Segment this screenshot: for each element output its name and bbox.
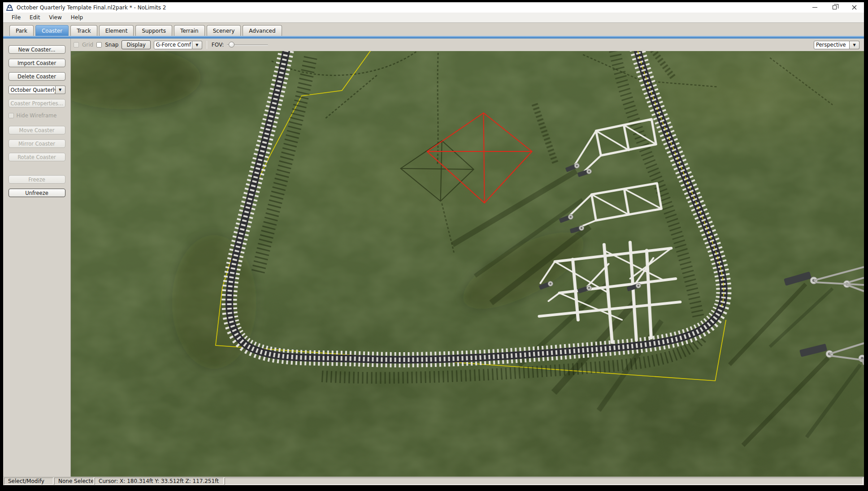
move-coaster-button[interactable]: Move Coaster <box>9 126 65 134</box>
viewport-3d[interactable] <box>71 51 864 477</box>
camera-mode-select[interactable]: Perspective ▼ <box>814 41 859 49</box>
app-window: October Quarterly Template Final.nl2park… <box>3 2 864 485</box>
status-bar: Select/Modify None Selected Cursor: X: 1… <box>3 477 864 485</box>
import-coaster-button[interactable]: Import Coaster <box>9 59 65 67</box>
menu-file[interactable]: File <box>7 13 25 22</box>
unfreeze-button[interactable]: Unfreeze <box>9 189 65 197</box>
fov-label: FOV: <box>212 42 224 48</box>
coaster-properties-button[interactable]: Coaster Properties... <box>9 99 65 108</box>
freeze-button[interactable]: Freeze <box>9 175 65 184</box>
chevron-down-icon[interactable]: ▼ <box>192 41 202 49</box>
coaster-select-value: October Quarterly <box>9 86 56 94</box>
app-icon <box>6 4 13 11</box>
coaster-select[interactable]: October Quarterly ▼ <box>9 86 65 94</box>
hide-wireframe-checkbox[interactable] <box>9 113 14 118</box>
viewport-toolbar: Grid Snap Display G-Force Comf ▼ FOV: Pe… <box>71 39 864 51</box>
tab-park[interactable]: Park <box>9 25 34 36</box>
status-mode: Select/Modify <box>4 478 53 485</box>
display-mode-select[interactable]: G-Force Comf ▼ <box>154 41 202 49</box>
grid-label: Grid <box>82 42 93 48</box>
menu-view[interactable]: View <box>44 13 66 22</box>
minimize-icon <box>812 7 817 8</box>
tab-element[interactable]: Element <box>99 25 134 36</box>
status-spare <box>225 478 863 485</box>
menu-help[interactable]: Help <box>66 13 87 22</box>
new-coaster-button[interactable]: New Coaster... <box>9 45 65 54</box>
menu-edit[interactable]: Edit <box>25 13 44 22</box>
restore-icon <box>833 5 837 9</box>
hide-wireframe-row: Hide Wireframe <box>9 112 65 119</box>
tab-track[interactable]: Track <box>70 25 97 36</box>
display-button[interactable]: Display <box>122 40 150 49</box>
restore-button[interactable] <box>825 2 844 13</box>
coaster-sidebar: New Coaster... Import Coaster Delete Coa… <box>3 39 70 477</box>
minimize-button[interactable] <box>805 2 825 13</box>
tab-supports[interactable]: Supports <box>135 25 172 36</box>
title-bar: October Quarterly Template Final.nl2park… <box>3 2 864 13</box>
fov-slider[interactable] <box>227 41 268 48</box>
delete-coaster-button[interactable]: Delete Coaster <box>9 72 65 81</box>
menu-bar: File Edit View Help <box>3 13 864 23</box>
toolbar-separator <box>207 41 207 49</box>
status-selection: None Selected <box>54 478 94 485</box>
display-mode-value: G-Force Comf <box>154 41 192 49</box>
window-title: October Quarterly Template Final.nl2park… <box>17 4 166 11</box>
chevron-down-icon[interactable]: ▼ <box>850 41 859 49</box>
tab-scenery[interactable]: Scenery <box>207 25 241 36</box>
rotate-coaster-button[interactable]: Rotate Coaster <box>9 153 65 161</box>
mirror-coaster-button[interactable]: Mirror Coaster <box>9 139 65 148</box>
fov-slider-knob[interactable] <box>229 42 234 47</box>
tab-coaster[interactable]: Coaster <box>35 25 69 36</box>
snap-label: Snap <box>105 42 118 48</box>
camera-mode-value: Perspective <box>814 41 850 49</box>
grid-checkbox[interactable] <box>74 42 79 47</box>
close-button[interactable] <box>844 2 864 13</box>
close-icon <box>852 5 857 10</box>
tab-bar: Park Coaster Track Element Supports Terr… <box>3 23 864 36</box>
hide-wireframe-label: Hide Wireframe <box>17 112 57 119</box>
tab-terrain[interactable]: Terrain <box>174 25 205 36</box>
tab-advanced[interactable]: Advanced <box>243 25 282 36</box>
status-cursor: Cursor: X: 180.314ft Y: 33.512ft Z: 117.… <box>95 478 224 485</box>
snap-checkbox[interactable] <box>96 42 102 47</box>
chevron-down-icon[interactable]: ▼ <box>56 86 65 94</box>
window-controls <box>805 2 864 13</box>
